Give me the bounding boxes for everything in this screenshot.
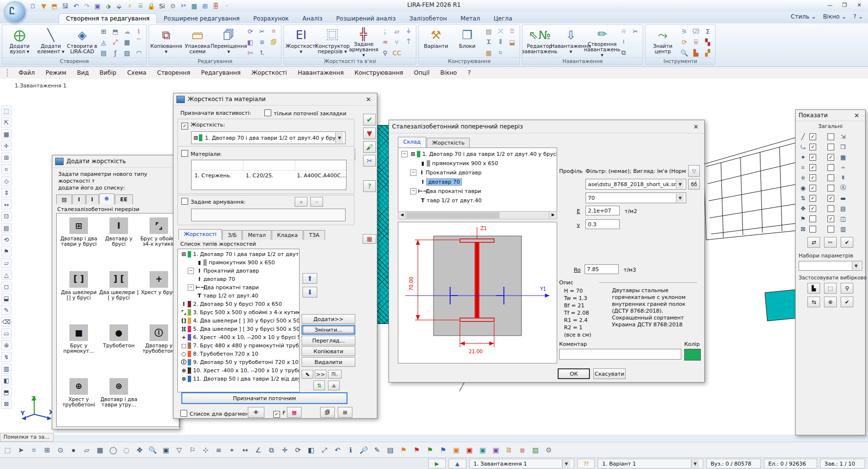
ribbon-menu[interactable]: ? ⌄ xyxy=(853,13,863,20)
spline-icon[interactable]: ⌇ xyxy=(133,26,144,36)
zoomin-icon[interactable]: 🔍 xyxy=(147,444,159,456)
copy-loads-icon[interactable]: ⧉ xyxy=(618,48,629,58)
plate-icon[interactable]: ▱ xyxy=(81,444,93,456)
ribbon-tab-цегла[interactable]: Цегла xyxy=(487,14,519,23)
create-in-liracad-button[interactable]: ◈Створити в LIRA-CAD xyxy=(67,26,97,58)
layers-icon[interactable]: ≡ xyxy=(213,444,225,456)
snap-icon[interactable]: ⌖ xyxy=(226,444,238,456)
show-panel-titlebar[interactable]: Показати ✕ xyxy=(796,110,865,121)
plus-circle-icon[interactable]: ⊕ xyxy=(1,340,12,350)
profile-filter-button[interactable]: ▽ xyxy=(688,165,700,177)
pencil-icon[interactable]: ✎ xyxy=(1,305,12,315)
ribbon-tab-розрахунок[interactable]: Розрахунок xyxy=(246,14,296,23)
import-icon[interactable]: ⬒ xyxy=(50,1,59,11)
variant-icon[interactable]: ⁇ xyxy=(577,459,595,469)
edit-pencil-icon[interactable]: ✏ xyxy=(824,237,837,248)
search-icon[interactable]: 🔎 xyxy=(358,444,370,456)
table-icon[interactable]: ▦ xyxy=(190,1,199,11)
composition-tree-item[interactable]: Tтавр 1/2 от двут.40 xyxy=(398,196,557,205)
chevron-down-icon[interactable]: ▼ xyxy=(676,180,684,189)
apply-check-icon[interactable]: ✔ xyxy=(841,237,853,248)
sum-icon[interactable]: Σ xyxy=(702,26,713,36)
top-icon[interactable]: ⬒ xyxy=(1,387,12,397)
hstretch-icon[interactable]: ↔ xyxy=(1,199,12,210)
ghost-icon[interactable]: ⬚ xyxy=(824,283,837,294)
dialog-add-titlebar[interactable]: Додати жорсткість xyxy=(52,155,179,168)
rod-icon[interactable]: ⦁ xyxy=(67,444,80,456)
show-right-checkbox-9[interactable] xyxy=(827,226,834,233)
set-current-button[interactable]: Призначити поточним xyxy=(181,392,347,404)
erase-icon[interactable]: ⌫ xyxy=(1,317,12,327)
section-category-tab-2[interactable]: I xyxy=(86,194,99,204)
variants-button[interactable]: ⚒Варіанти xyxy=(421,26,451,58)
add-element-button[interactable]: ╲Додати елемент ▾ xyxy=(36,26,66,58)
menu-item-вид[interactable]: Вид xyxy=(72,68,93,78)
stiffness-list-item[interactable]: ○8. Трубобетон 720 х 10 xyxy=(178,350,299,358)
undo-icon[interactable]: ↶ xyxy=(331,444,344,456)
tab-з/б[interactable]: З/Б xyxy=(222,230,242,240)
maximize-button[interactable]: ❐ xyxy=(838,1,851,10)
confirm-icon[interactable]: ✔ xyxy=(841,297,853,307)
copy-icon[interactable]: ⧉ xyxy=(265,444,278,456)
brick-icon[interactable]: ▦ xyxy=(483,48,494,58)
angle-icon[interactable]: ∠ xyxy=(252,444,264,456)
arc-icon[interactable]: ⌒ xyxy=(133,37,144,47)
brush-button[interactable]: 🖌 xyxy=(363,141,376,153)
show-left-checkbox-7[interactable]: ✓ xyxy=(809,205,816,212)
bar-icon[interactable]: ▭ xyxy=(1,328,12,339)
menu-item-файл[interactable]: Файл xyxy=(14,68,40,78)
half-icon[interactable]: ⬓ xyxy=(1,293,12,303)
number-icon[interactable]: ⒈ xyxy=(257,48,267,58)
frame-icon[interactable]: ⊞ xyxy=(41,444,53,456)
pan-icon[interactable]: ⇱ xyxy=(1,117,12,128)
stiffness-checkbox[interactable]: ✓Жорсткість: xyxy=(181,122,225,129)
swap-icon[interactable]: ⇆ xyxy=(807,297,820,307)
show-left-checkbox-4[interactable]: ✓ xyxy=(809,174,816,181)
composition-tree[interactable]: −⊞1. Двотавр 70 і два таври 1/2 от двут.… xyxy=(398,148,557,214)
filter-icon[interactable]: ▽ xyxy=(173,444,185,456)
add-green-icon[interactable]: ⊕ xyxy=(824,297,837,307)
export-table-button[interactable]: ⊞ xyxy=(338,407,352,418)
camera-icon[interactable]: ⬙ xyxy=(114,1,124,11)
flagline-icon[interactable]: ⚐ xyxy=(186,444,198,456)
ok-button[interactable]: ОК xyxy=(558,368,590,379)
show-right-checkbox-4[interactable] xyxy=(827,174,834,181)
save-icon[interactable]: 🖫 xyxy=(61,1,70,11)
minimize-button[interactable]: — xyxy=(823,1,837,10)
new-file-icon[interactable]: 🗋 xyxy=(28,1,38,11)
frame-icon[interactable]: ⊞ xyxy=(98,26,109,36)
rotate-icon[interactable]: ⟳ xyxy=(292,444,304,456)
node-icon[interactable]: ⊡ xyxy=(1,211,12,221)
tri-icon[interactable]: △ xyxy=(1,270,12,280)
stiffness-list-item[interactable]: ▮прямокутник 900 х 650 xyxy=(178,258,299,267)
show-right-checkbox-7[interactable] xyxy=(827,205,834,212)
chevron-down-icon[interactable]: ▼ xyxy=(676,193,684,202)
variant-combo[interactable]: 1. Варіант 1▼ xyxy=(598,459,703,469)
create-loads-button[interactable]: ✏Створення навантажень ▾ xyxy=(587,26,617,58)
chart-icon[interactable]: ⌸ xyxy=(136,1,145,11)
info-icon[interactable]: ℹ xyxy=(345,444,357,456)
stiffness-button[interactable]: EIЖорсткості ▾ xyxy=(286,26,316,58)
resize-icon[interactable]: ⧈ xyxy=(257,37,267,47)
tab-тза[interactable]: ТЗА xyxy=(304,230,325,240)
lift-icon[interactable]: ⍑ xyxy=(403,37,414,47)
si-icon[interactable]: Si xyxy=(157,1,167,11)
stiffness-list-item[interactable]: Iдвотавр 70 xyxy=(178,275,299,283)
report-icon[interactable]: ⊞ xyxy=(200,1,210,11)
checkbox[interactable] xyxy=(264,109,271,116)
show-left-checkbox-0[interactable]: ✓ xyxy=(809,133,816,140)
menu-item-створення[interactable]: Створення xyxy=(152,68,195,78)
select-cursor-icon[interactable]: ⬚ xyxy=(1,106,12,116)
section-bar-in-tube[interactable]: ■Брус у прямокут... xyxy=(59,324,99,373)
tab-метал[interactable]: Метал xyxy=(242,230,271,240)
chevron-down-icon[interactable]: ▼ xyxy=(852,262,860,270)
checkbox[interactable] xyxy=(181,150,188,157)
show-right-checkbox-1[interactable] xyxy=(827,144,834,150)
section-category-tab-1[interactable]: I xyxy=(72,194,85,204)
size-combo[interactable]: 70 ▼ xyxy=(586,192,686,203)
current-tab-checkbox[interactable]: тільки поточної закладки xyxy=(264,109,347,117)
fragment-checkbox[interactable]: Список для фрагмента xyxy=(180,410,255,417)
node-icon[interactable]: ⊙ xyxy=(54,444,66,456)
section-cft[interactable]: ●Трубобетон xyxy=(99,324,139,373)
materials-row[interactable]: 1. Стержень. 1. С20/25. 1. А400С.А400С..… xyxy=(192,171,346,180)
